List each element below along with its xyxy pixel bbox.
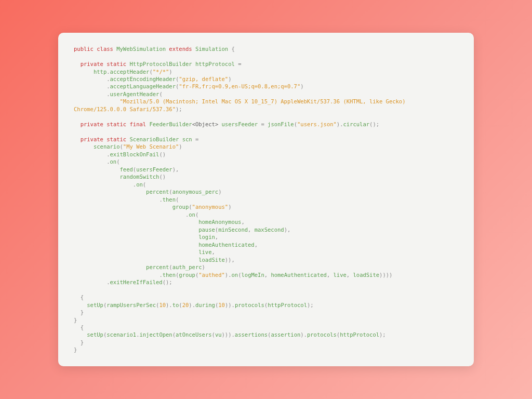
m-acceptEncoding: acceptEncodingHeader	[110, 76, 176, 82]
generic-obj: <Object>	[192, 121, 219, 127]
m-setUp2: setUp	[87, 331, 103, 338]
m-percent: percent	[146, 189, 169, 195]
m-on4: on	[232, 272, 238, 278]
id-vu: vu	[215, 331, 222, 338]
kw-private3: private	[81, 136, 103, 142]
var-scn: scn	[182, 136, 192, 142]
m-exitHere: exitHereIfFailed	[110, 279, 163, 285]
m-on2: on	[136, 181, 143, 188]
id-homeAuth: homeAuthenticated	[198, 242, 254, 248]
m-injectOpen: injectOpen	[139, 331, 172, 338]
m-protocols: protocols	[235, 302, 264, 308]
id-scenario1: scenario1	[107, 331, 136, 338]
num-10a: 10	[159, 302, 166, 308]
id-homeAnon: homeAnonymous	[198, 219, 241, 225]
var-httpProtocol: httpProtocol	[195, 61, 235, 67]
m-randomSwitch: randomSwitch	[120, 174, 159, 180]
m-circular: circular	[343, 121, 370, 127]
id-live: live	[198, 249, 211, 255]
kw-private2: private	[81, 121, 103, 127]
m-acceptHeader: acceptHeader	[110, 69, 150, 75]
type-scn: ScenarioBuilder	[130, 136, 179, 142]
arg-min: minSecond	[218, 227, 248, 233]
m-on: on	[110, 158, 117, 165]
http-ident: http	[94, 69, 107, 75]
id-homeAuth2: homeAuthenticated	[271, 272, 326, 278]
m-to: to	[172, 302, 179, 308]
str-anon: "anonymous"	[192, 204, 229, 210]
kw-static2: static	[107, 121, 126, 127]
arg-max: maxSecond	[255, 227, 284, 233]
arg-anonperc: anonymous_perc	[172, 189, 219, 195]
id-live2: live	[334, 272, 347, 278]
m-setUp: setUp	[87, 302, 103, 308]
arg-feeder: usersFeeder	[136, 166, 172, 172]
kw-static3: static	[107, 136, 126, 142]
m-ramp: rampUsersPerSec	[107, 302, 156, 308]
code-card: public class MyWebSimulation extends Sim…	[58, 33, 474, 366]
id-logMeIn: logMeIn	[241, 272, 264, 278]
m-scenario: scenario	[94, 143, 120, 150]
m-protocols2: protocols	[307, 331, 337, 338]
id-loadSite2: loadSite	[353, 272, 379, 278]
str-accept: "*/*"	[153, 69, 169, 75]
str-ua: "Mozilla/5.0 (Macintosh; Intel Mac OS X …	[74, 98, 409, 112]
m-group: group	[172, 204, 189, 210]
m-on3: on	[189, 211, 195, 218]
m-atOnce: atOnceUsers	[176, 331, 212, 338]
type-http: HttpProtocolBuilder	[130, 61, 192, 67]
code-block: public class MyWebSimulation extends Sim…	[74, 45, 458, 354]
m-then: then	[163, 196, 176, 203]
kw-static: static	[107, 61, 126, 67]
str-encoding: "gzip, deflate"	[179, 76, 228, 82]
m-acceptLanguage: acceptLanguageHeader	[110, 83, 176, 89]
type-feeder: FeederBuilder	[149, 121, 192, 127]
class-name: MyWebSimulation	[116, 46, 166, 52]
kw-private: private	[81, 61, 103, 67]
m-during: during	[195, 302, 215, 308]
m-group2: group	[179, 272, 195, 278]
id-loadSite: loadSite	[198, 257, 225, 263]
str-authed: "authed"	[198, 272, 225, 278]
num-10b: 10	[218, 302, 225, 308]
id-assertion: assertion	[271, 331, 300, 338]
num-20: 20	[182, 302, 189, 308]
superclass: Simulation	[195, 46, 228, 52]
m-exitBlock: exitBlockOnFail	[110, 151, 159, 157]
var-feeder: usersFeeder	[222, 121, 258, 127]
kw-final: final	[130, 121, 147, 127]
str-lang: "fr-FR,fr;q=0.9,en-US;q=0.8,en;q=0.7"	[179, 83, 300, 89]
str-scenario: "My Web Scenario"	[123, 143, 179, 150]
m-userAgent: userAgentHeader	[110, 91, 159, 97]
id-hp2: httpProtocol	[340, 331, 379, 338]
m-percent2: percent	[146, 264, 169, 270]
arg-authperc: auth_perc	[172, 264, 202, 270]
m-then2: then	[163, 272, 176, 278]
kw-public: public	[74, 46, 94, 52]
m-pause: pause	[198, 227, 215, 233]
str-usersjson: "users.json"	[297, 121, 337, 127]
kw-extends: extends	[169, 46, 192, 52]
m-feed: feed	[120, 166, 133, 172]
kw-class: class	[97, 46, 113, 52]
id-login: login	[198, 234, 215, 240]
m-jsonFile: jsonFile	[268, 121, 294, 127]
id-hp: httpProtocol	[268, 302, 307, 308]
m-assertions: assertions	[235, 331, 268, 338]
